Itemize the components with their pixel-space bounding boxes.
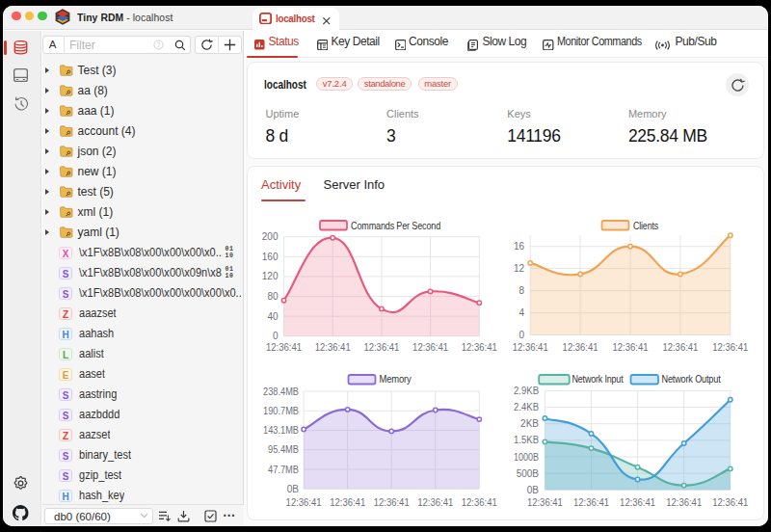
- svg-text:?: ?: [156, 41, 160, 48]
